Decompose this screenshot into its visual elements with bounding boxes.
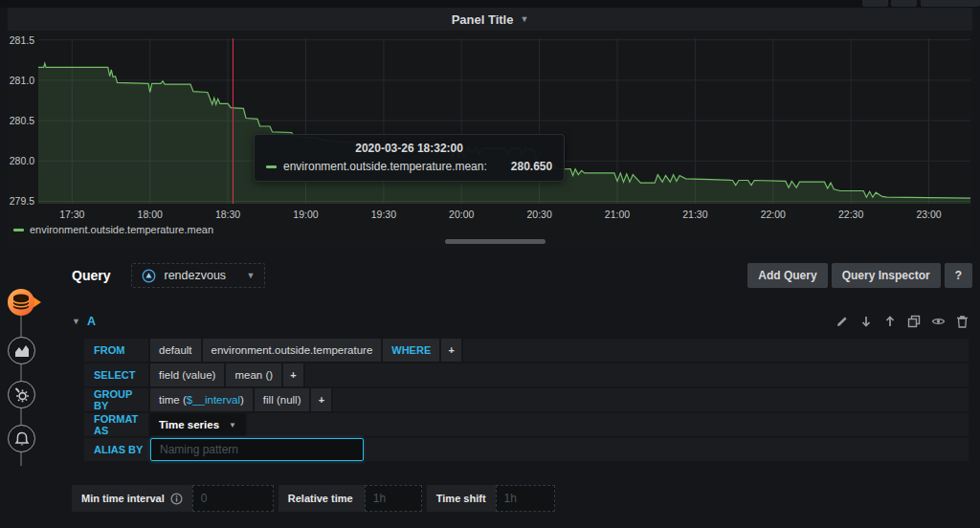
y-tick-label: 280.5 <box>8 115 34 126</box>
legend-series-name[interactable]: environment.outside.temperature.mean <box>30 224 213 235</box>
tooltip-series-name: environment.outside.temperature.mean: <box>283 160 487 173</box>
query-card: Query rendezvous ▼ Add Query Query Inspe… <box>53 251 972 512</box>
from-keyword: FROM <box>84 339 148 362</box>
panel-title-bar[interactable]: Panel Title ▼ <box>8 8 972 31</box>
graph-legend[interactable]: environment.outside.temperature.mean <box>13 224 213 235</box>
time-shift-group: Time shift <box>427 485 555 512</box>
where-keyword[interactable]: WHERE <box>383 339 439 362</box>
chevron-down-icon: ▼ <box>229 421 236 429</box>
datasource-logo-icon <box>142 269 156 283</box>
tab-visualization[interactable] <box>8 337 35 364</box>
collapse-caret-icon[interactable]: ▼ <box>72 317 80 326</box>
editor-sidebar <box>0 251 53 528</box>
add-condition-button[interactable]: + <box>441 339 461 362</box>
top-toolbar-remnant <box>0 0 980 8</box>
row-filler <box>366 438 969 461</box>
time-shift-label: Time shift <box>436 493 486 504</box>
time-shift-input[interactable] <box>496 485 555 512</box>
tooltip-value: 280.650 <box>511 160 552 173</box>
time-prefix: time ( <box>159 394 187 406</box>
queries-database-icon <box>5 285 43 319</box>
top-toolbar-button-remnant <box>862 0 888 7</box>
query-ref-id[interactable]: A <box>87 315 96 328</box>
field-segment[interactable]: field (value) <box>150 363 224 386</box>
trash-icon[interactable] <box>956 315 969 328</box>
x-tick-label: 23:00 <box>905 209 953 220</box>
time-interval-segment[interactable]: time ($__interval) <box>150 388 253 411</box>
panel-title: Panel Title <box>452 12 514 27</box>
format-as-keyword: FORMAT AS <box>84 413 148 436</box>
format-as-select[interactable]: Time series ▼ <box>150 413 245 436</box>
group-by-row: GROUP BY time ($__interval) fill (null) … <box>84 388 969 411</box>
horizontal-scrollbar-thumb[interactable] <box>445 239 546 244</box>
datasource-select[interactable]: rendezvous ▼ <box>131 263 265 288</box>
query-section-title: Query <box>72 268 110 283</box>
bar-chart-icon <box>14 343 30 358</box>
x-tick-label: 18:00 <box>126 209 174 220</box>
relative-time-label: Relative time <box>288 493 353 504</box>
x-tick-label: 20:30 <box>516 209 564 220</box>
add-query-button[interactable]: Add Query <box>747 263 827 288</box>
x-tick-label: 17:30 <box>48 209 96 220</box>
bell-icon <box>14 431 30 447</box>
y-tick-label: 281.5 <box>8 34 34 46</box>
format-as-value: Time series <box>159 419 219 430</box>
add-select-button[interactable]: + <box>283 363 303 386</box>
gear-wrench-icon <box>13 386 30 403</box>
min-interval-group: Min time interval <box>72 485 274 512</box>
time-suffix: ) <box>240 394 244 406</box>
time-series-graph[interactable]: 281.5281.0280.5280.0279.5 17:3018:0018:3… <box>8 31 972 249</box>
x-tick-label: 21:00 <box>593 209 641 220</box>
min-interval-label: Min time interval <box>81 493 165 504</box>
y-tick-label: 279.5 <box>8 195 34 207</box>
add-group-by-button[interactable]: + <box>311 388 331 411</box>
query-inspector-button[interactable]: Query Inspector <box>832 263 941 288</box>
x-tick-label: 20:00 <box>437 209 485 220</box>
relative-time-group: Relative time <box>278 485 422 512</box>
group-by-keyword: GROUP BY <box>84 388 148 411</box>
panel-editor-bottom: Query rendezvous ▼ Add Query Query Inspe… <box>0 251 980 528</box>
legend-swatch <box>13 229 24 231</box>
tab-alert[interactable] <box>8 425 35 452</box>
top-toolbar-button-remnant <box>921 0 980 7</box>
query-options-bar: Min time interval Relative time <box>72 485 972 512</box>
datasource-name: rendezvous <box>164 269 226 282</box>
tab-queries[interactable] <box>5 285 43 319</box>
from-row: FROM default environment.outside.tempera… <box>84 339 969 362</box>
policy-segment[interactable]: default <box>150 339 201 362</box>
min-interval-input[interactable] <box>192 485 274 512</box>
query-ref-row: ▼ A <box>53 312 972 331</box>
series-color-swatch <box>266 165 277 168</box>
mean-segment[interactable]: mean () <box>226 363 281 386</box>
grafana-panel-editor: Panel Title ▼ 281.5281.0280.5280.0279.5 … <box>0 0 980 528</box>
graph-tooltip: 2020-03-26 18:32:00 environment.outside.… <box>254 134 565 182</box>
top-toolbar-button-remnant <box>891 0 917 7</box>
fill-segment[interactable]: fill (null) <box>255 388 310 411</box>
y-tick-label: 281.0 <box>8 75 34 86</box>
interval-variable: $__interval <box>187 394 240 406</box>
x-tick-label: 19:00 <box>281 209 329 220</box>
eye-icon[interactable] <box>931 315 946 328</box>
alias-by-input[interactable] <box>150 438 364 461</box>
relative-time-input[interactable] <box>365 485 422 512</box>
edit-pencil-icon[interactable] <box>835 315 849 328</box>
row-filler <box>463 339 969 362</box>
x-tick-label: 22:00 <box>749 209 797 220</box>
duplicate-icon[interactable] <box>907 315 921 328</box>
alias-by-row: ALIAS BY <box>84 438 969 461</box>
x-tick-label: 19:30 <box>360 209 408 220</box>
x-tick-label: 22:30 <box>827 209 875 220</box>
tab-general[interactable] <box>8 381 35 408</box>
chevron-down-icon: ▼ <box>247 271 256 280</box>
help-button[interactable]: ? <box>945 263 972 288</box>
influx-query-rows: FROM default environment.outside.tempera… <box>84 339 969 461</box>
query-actions <box>835 315 969 328</box>
move-down-icon[interactable] <box>859 315 873 328</box>
x-tick-label: 21:30 <box>671 209 719 220</box>
y-tick-label: 280.0 <box>8 155 34 166</box>
row-filler <box>333 388 969 411</box>
move-up-icon[interactable] <box>883 315 897 328</box>
measurement-segment[interactable]: environment.outside.temperature <box>203 339 382 362</box>
chevron-down-icon: ▼ <box>520 14 528 24</box>
format-as-row: FORMAT AS Time series ▼ <box>84 413 969 436</box>
